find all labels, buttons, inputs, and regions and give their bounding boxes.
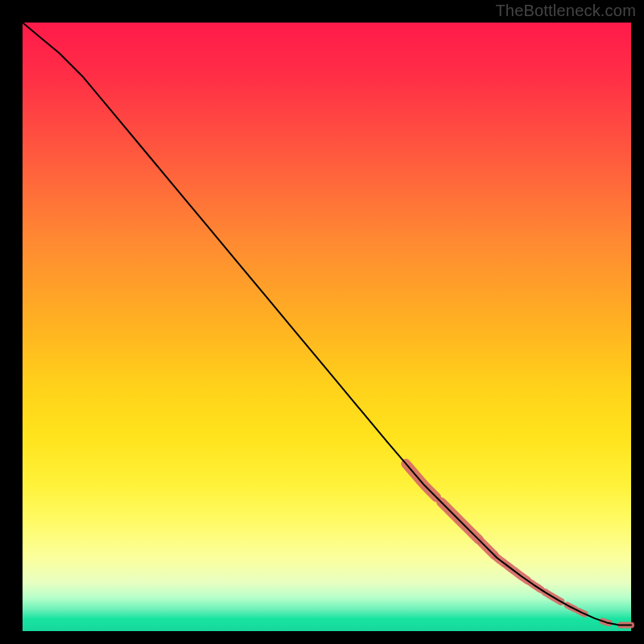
chart-frame: TheBottleneck.com (0, 0, 644, 644)
watermark-text: TheBottleneck.com (495, 2, 636, 20)
bottleneck-curve (23, 23, 631, 625)
plot-area (23, 23, 631, 631)
highlight-group (406, 464, 631, 625)
curve-overlay (23, 23, 631, 631)
